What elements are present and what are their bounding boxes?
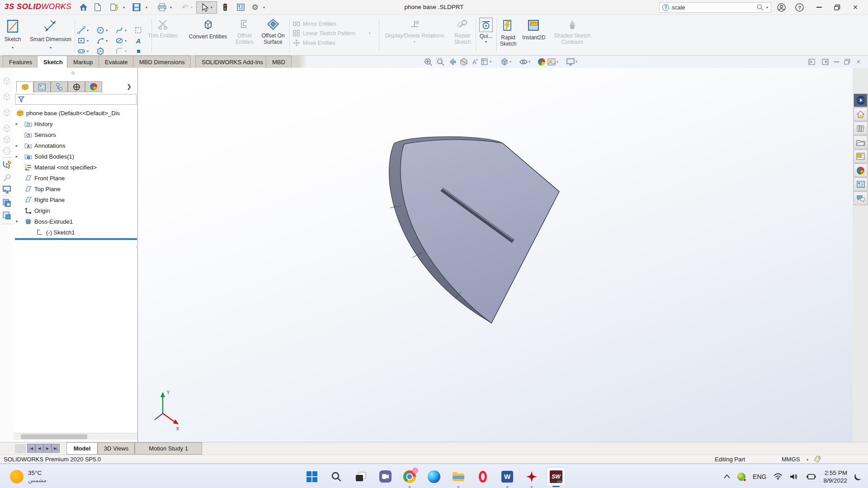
- tree-item-sensors[interactable]: Sensors: [14, 129, 138, 140]
- dynamic-annotation-views-icon[interactable]: A: [469, 56, 479, 67]
- ellipse-dropdown[interactable]: ▾: [125, 39, 127, 43]
- point-tool[interactable]: [134, 47, 143, 56]
- search-button[interactable]: [330, 470, 343, 483]
- search-icon[interactable]: [757, 4, 764, 11]
- sketch-button[interactable]: Sketch ▾: [2, 15, 24, 55]
- fillet-dropdown[interactable]: ▾: [125, 49, 127, 53]
- panel-horizontal-scrollbar[interactable]: [14, 433, 137, 440]
- search-input[interactable]: [672, 5, 754, 11]
- taskpane-appearances-icon[interactable]: [854, 164, 868, 177]
- smart-dimension-button[interactable]: Smart Dimension ▾: [25, 15, 76, 55]
- repair-tool-icon[interactable]: [2, 173, 12, 183]
- quick-snaps-button[interactable]: Qui... ▾: [476, 15, 495, 55]
- slot-dropdown[interactable]: ▾: [87, 49, 89, 53]
- taskpane-file-explorer-icon[interactable]: [854, 136, 868, 149]
- taskpane-3dexperience-icon[interactable]: [854, 94, 868, 107]
- edge-icon[interactable]: [427, 470, 441, 483]
- tab-evaluate[interactable]: Evaluate: [99, 56, 134, 68]
- cube-tool-icon[interactable]: [2, 135, 12, 145]
- panel-tab-displaymanager[interactable]: [85, 81, 102, 92]
- minimize-button[interactable]: [815, 3, 824, 11]
- text-tool[interactable]: A: [134, 36, 143, 45]
- tag-icon[interactable]: [814, 456, 821, 463]
- word-icon[interactable]: W: [500, 470, 514, 483]
- help-icon[interactable]: ?: [795, 3, 804, 11]
- tree-item-front-plane[interactable]: Front Plane: [14, 173, 138, 183]
- doc-minimize-button[interactable]: [832, 58, 840, 66]
- panel-tabs-overflow-arrow[interactable]: ❯: [127, 83, 132, 90]
- battery-charging-icon[interactable]: [806, 474, 816, 480]
- sketch-dropdown[interactable]: ▾: [2, 46, 24, 50]
- teams-chat-button[interactable]: [378, 470, 392, 483]
- red-star-app-icon[interactable]: [525, 470, 538, 483]
- view-orientation-dropdown[interactable]: ▾: [490, 60, 491, 64]
- start-button[interactable]: [305, 470, 319, 483]
- offset-on-surface-button[interactable]: Offset OnSurface: [259, 15, 288, 55]
- instant2d-button[interactable]: Instant2D: [520, 15, 548, 55]
- task-view-button[interactable]: [354, 470, 368, 483]
- tab-mbd[interactable]: MBD: [266, 56, 292, 68]
- chrome-icon[interactable]: [403, 470, 416, 483]
- search-dropdown[interactable]: ▾: [766, 6, 768, 9]
- arc-dropdown[interactable]: ▾: [106, 39, 108, 43]
- units-label[interactable]: MMGS: [782, 456, 800, 463]
- polygon-tool[interactable]: [96, 47, 105, 56]
- apply-scene-dropdown[interactable]: ▾: [557, 60, 558, 64]
- first-tab-button[interactable]: |◀: [27, 444, 35, 453]
- rapid-sketch-button[interactable]: RapidSketch: [497, 15, 519, 55]
- solidworks-app-icon[interactable]: SW 2020: [549, 470, 563, 483]
- clock-widget[interactable]: 2:55 PM 8/9/2022: [823, 469, 847, 484]
- spline-tool[interactable]: [115, 26, 124, 35]
- prev-tab-button[interactable]: ◀: [35, 444, 43, 453]
- layers-tool-icon[interactable]: [2, 198, 12, 208]
- search-box[interactable]: ? ▾: [659, 2, 771, 13]
- doc-close-button[interactable]: ×: [854, 58, 863, 66]
- taskpane-custom-properties-icon[interactable]: [854, 178, 868, 191]
- section-view-icon[interactable]: [458, 56, 469, 67]
- tree-item-solid-bodies[interactable]: ▸ Solid Bodies(1): [14, 151, 138, 162]
- spline-dropdown[interactable]: ▾: [125, 28, 127, 33]
- tree-filter-box[interactable]: [15, 94, 137, 105]
- convert-entities-button[interactable]: Convert Entities: [185, 15, 231, 55]
- taskpane-forum-icon[interactable]: [854, 192, 868, 205]
- taskpane-view-palette-icon[interactable]: [854, 150, 868, 163]
- units-dropdown[interactable]: ▴: [807, 458, 808, 461]
- layers-add-tool-icon[interactable]: [2, 211, 12, 221]
- collapse-pane-left-icon[interactable]: [807, 58, 816, 66]
- tab-mbd-dimensions[interactable]: MBD Dimensions: [133, 56, 191, 68]
- display-style-icon[interactable]: [499, 56, 509, 67]
- quick-snaps-dropdown[interactable]: ▾: [476, 40, 495, 44]
- panel-splitter-handle[interactable]: [71, 71, 75, 75]
- circle-tool[interactable]: [96, 26, 105, 35]
- cube-tool-icon[interactable]: [2, 92, 12, 102]
- cube-tool-icon[interactable]: [2, 76, 12, 86]
- expand-arrow-icon[interactable]: ▸: [14, 143, 20, 148]
- tab-features[interactable]: Features: [3, 56, 38, 68]
- tree-item-right-plane[interactable]: Right Plane: [14, 194, 138, 205]
- tray-expand-chevron[interactable]: [724, 474, 730, 479]
- next-tab-button[interactable]: ▶: [43, 444, 52, 453]
- edit-appearance-icon[interactable]: [536, 56, 547, 67]
- expand-arrow-icon[interactable]: ▸: [14, 122, 20, 126]
- tree-item-material[interactable]: Material <not specified>: [14, 162, 138, 173]
- file-explorer-icon[interactable]: [452, 470, 465, 483]
- graphics-viewport[interactable]: Y x: [138, 68, 853, 442]
- hide-show-dropdown[interactable]: ▾: [528, 60, 530, 64]
- rollback-bar[interactable]: [15, 238, 137, 240]
- expand-arrow-icon[interactable]: ▸: [14, 154, 20, 159]
- panel-tab-propertymanager[interactable]: [33, 81, 51, 92]
- taskpane-design-library-icon[interactable]: [854, 122, 868, 135]
- arc-tool[interactable]: [96, 36, 105, 45]
- tree-item-top-plane[interactable]: Top Plane: [14, 183, 138, 194]
- selection-box-tool[interactable]: [134, 26, 143, 35]
- last-tab-button[interactable]: ▶|: [52, 444, 60, 453]
- tree-item-boss-extrude1[interactable]: ▾ Boss-Extrude1: [14, 216, 138, 227]
- view-settings-dropdown[interactable]: ▾: [576, 60, 577, 64]
- tab-motion-study-1[interactable]: Motion Study 1: [135, 442, 202, 455]
- rectangle-tool[interactable]: [77, 36, 86, 45]
- zoom-to-area-icon[interactable]: [435, 56, 445, 67]
- doc-restore-button[interactable]: [843, 58, 851, 66]
- view-settings-icon[interactable]: [565, 56, 576, 67]
- display-monitor-tool-icon[interactable]: [2, 184, 12, 194]
- sphere-tool-icon[interactable]: [2, 146, 12, 156]
